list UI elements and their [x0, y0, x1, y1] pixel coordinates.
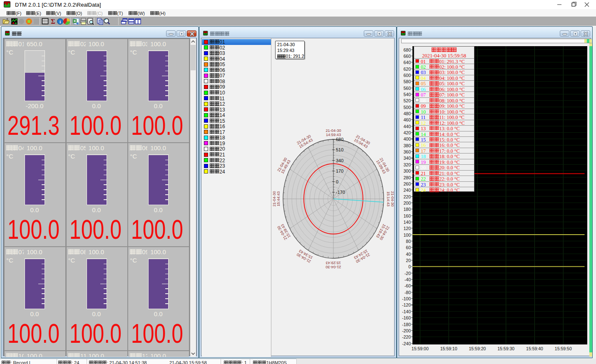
svg-text:21-04-30: 21-04-30	[390, 191, 394, 206]
svg-text:14:59:43: 14:59:43	[326, 133, 341, 137]
svg-text:i: i	[60, 19, 61, 24]
svg-text:340: 340	[336, 158, 343, 163]
svg-text:15:29:43: 15:29:43	[326, 261, 341, 265]
svg-text:-170: -170	[336, 190, 345, 195]
svg-text:15:14:43: 15:14:43	[386, 191, 390, 206]
svg-text:21-04-30: 21-04-30	[325, 129, 341, 133]
svg-text:510: 510	[336, 147, 343, 152]
svg-text:680: 680	[336, 137, 343, 142]
svg-text:170: 170	[336, 168, 343, 173]
svg-text:21-04-30: 21-04-30	[272, 191, 276, 206]
svg-text:Σ: Σ	[51, 18, 55, 25]
svg-text:15:44:43: 15:44:43	[276, 191, 281, 206]
svg-text:21-04-30: 21-04-30	[325, 265, 341, 269]
svg-text:0: 0	[336, 179, 338, 184]
